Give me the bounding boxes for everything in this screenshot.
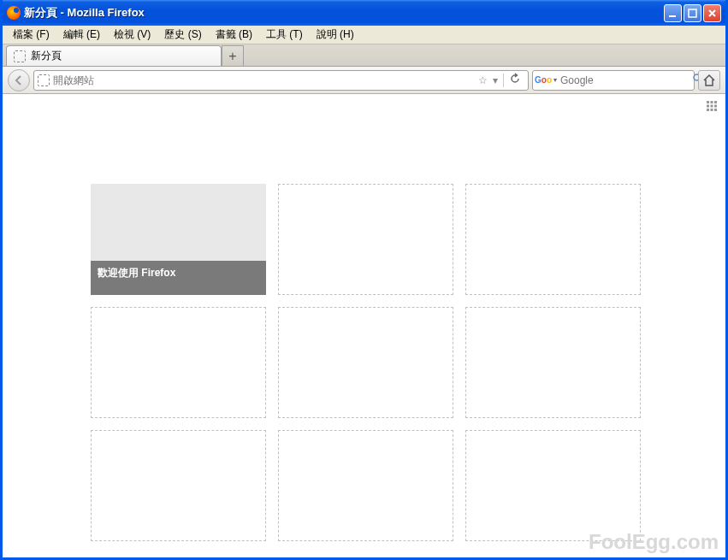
svg-rect-0: [669, 15, 676, 17]
window-title: 新分頁 - Mozilla Firefox: [24, 5, 664, 21]
svg-rect-4: [711, 101, 713, 103]
grid-toggle-icon[interactable]: [707, 101, 717, 114]
search-engine-dropdown-icon[interactable]: ▾: [553, 76, 557, 84]
svg-rect-9: [707, 109, 709, 111]
menu-file[interactable]: 檔案 (F): [6, 26, 56, 44]
menu-history[interactable]: 歷史 (S): [157, 26, 208, 44]
svg-rect-7: [711, 105, 713, 108]
svg-rect-10: [711, 109, 713, 111]
close-button[interactable]: [703, 4, 721, 22]
tile-preview: [91, 184, 266, 261]
svg-rect-6: [707, 105, 709, 108]
separator: [503, 74, 504, 87]
menu-bookmarks[interactable]: 書籤 (B): [209, 26, 259, 44]
tile-empty[interactable]: [278, 430, 453, 541]
browser-window: 新分頁 - Mozilla Firefox 檔案 (F) 編輯 (E) 檢視 (…: [0, 0, 728, 560]
search-input[interactable]: [560, 74, 689, 86]
menu-tools[interactable]: 工具 (T): [259, 26, 310, 44]
content-area: 歡迎使用 Firefox FoolEgg.com: [3, 94, 725, 557]
tab-newtab[interactable]: 新分頁: [6, 45, 222, 66]
titlebar[interactable]: 新分頁 - Mozilla Firefox: [3, 0, 725, 26]
svg-rect-11: [714, 109, 717, 111]
speed-dial-tiles: 歡迎使用 Firefox: [91, 184, 641, 541]
home-button[interactable]: [698, 70, 720, 91]
url-favicon: [38, 74, 50, 86]
tile-empty[interactable]: [91, 430, 266, 541]
svg-rect-3: [707, 101, 709, 103]
tile-empty[interactable]: [278, 184, 453, 295]
reload-icon[interactable]: [509, 73, 521, 87]
tile-empty[interactable]: [465, 307, 641, 418]
svg-rect-1: [689, 9, 696, 17]
tile-welcome[interactable]: 歡迎使用 Firefox: [91, 184, 266, 295]
menu-edit[interactable]: 編輯 (E): [56, 26, 107, 44]
url-box: ☆ ▾: [33, 70, 529, 91]
search-box: Goo ▾: [532, 70, 695, 91]
maximize-button[interactable]: [684, 4, 701, 22]
url-dropdown-icon[interactable]: ▾: [493, 74, 498, 86]
url-icons: ☆ ▾: [478, 73, 524, 87]
firefox-icon: [7, 6, 21, 20]
google-icon: Goo: [536, 74, 550, 87]
window-controls: [664, 4, 721, 22]
back-button[interactable]: [8, 69, 30, 91]
menu-view[interactable]: 檢視 (V): [107, 26, 157, 44]
minimize-button[interactable]: [664, 4, 682, 22]
tile-empty[interactable]: [91, 307, 266, 418]
svg-rect-5: [714, 101, 717, 103]
menubar: 檔案 (F) 編輯 (E) 檢視 (V) 歷史 (S) 書籤 (B) 工具 (T…: [3, 26, 725, 44]
svg-rect-8: [714, 105, 717, 108]
tile-empty[interactable]: [278, 307, 453, 418]
tabbar: 新分頁 +: [3, 44, 725, 67]
bookmark-star-icon[interactable]: ☆: [478, 74, 488, 86]
tile-empty[interactable]: [465, 184, 641, 295]
url-input[interactable]: [53, 74, 475, 86]
new-tab-button[interactable]: +: [222, 45, 244, 66]
navbar: ☆ ▾ Goo ▾: [3, 67, 725, 94]
tab-label: 新分頁: [31, 49, 62, 63]
menu-help[interactable]: 說明 (H): [310, 26, 361, 44]
tile-label: 歡迎使用 Firefox: [91, 261, 266, 295]
watermark: FoolEgg.com: [589, 530, 719, 554]
tile-empty[interactable]: [465, 430, 641, 541]
tab-favicon: [14, 50, 26, 62]
